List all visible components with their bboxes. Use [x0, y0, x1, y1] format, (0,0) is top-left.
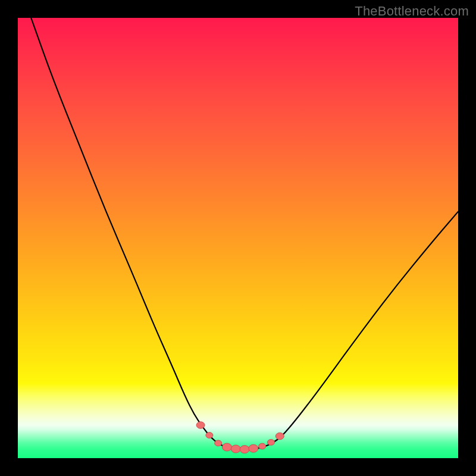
plot-area	[18, 18, 458, 458]
watermark-text: TheBottleneck.com	[355, 4, 469, 19]
outer-frame: TheBottleneck.com	[0, 0, 476, 476]
highlight-marker	[249, 444, 258, 452]
highlight-marker	[215, 440, 222, 446]
highlight-markers	[196, 422, 284, 453]
highlight-marker	[268, 439, 275, 445]
highlight-marker	[196, 422, 205, 428]
curve-layer	[18, 18, 458, 458]
highlight-marker	[223, 443, 232, 451]
highlight-marker	[206, 433, 213, 439]
highlight-marker	[231, 445, 240, 453]
highlight-marker	[240, 446, 249, 453]
bottleneck-curve	[31, 18, 458, 449]
highlight-marker	[275, 433, 284, 439]
highlight-marker	[259, 443, 266, 449]
